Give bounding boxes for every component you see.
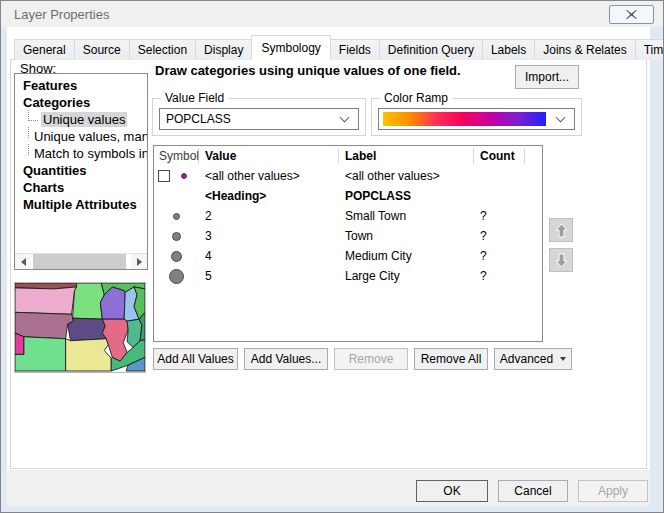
row-value: <all other values>: [199, 169, 339, 183]
show-horizontal-scrollbar[interactable]: [15, 253, 147, 269]
apply-button[interactable]: Apply: [578, 480, 648, 502]
show-listbox: Features Categories Unique values Unique…: [14, 73, 148, 270]
remove-button[interactable]: Remove: [334, 348, 408, 370]
tab-display[interactable]: Display: [195, 39, 252, 60]
show-item-quantities[interactable]: Quantities: [21, 162, 147, 179]
value-field-combobox[interactable]: POPCLASS: [159, 108, 359, 130]
scroll-right-icon[interactable]: [131, 254, 147, 270]
add-values-button[interactable]: Add Values...: [244, 348, 328, 370]
tab-source[interactable]: Source: [74, 39, 130, 60]
ok-button[interactable]: OK: [416, 480, 488, 502]
tab-definition-query[interactable]: Definition Query: [379, 39, 483, 60]
chevron-down-icon: [340, 112, 350, 122]
layer-properties-dialog: Layer Properties General Source Selectio…: [0, 0, 664, 513]
all-other-values-symbol[interactable]: [181, 173, 187, 179]
row-value: 3: [199, 229, 339, 243]
tree-branch-icon: [28, 144, 29, 155]
color-ramp-group: Color Ramp: [371, 98, 582, 136]
table-row[interactable]: 5 Large City ?: [154, 266, 542, 286]
tab-labels[interactable]: Labels: [482, 39, 535, 60]
advanced-label: Advanced: [500, 352, 553, 366]
column-header-symbol[interactable]: Symbol: [154, 148, 199, 164]
row-value: <Heading>: [199, 189, 339, 203]
tab-time[interactable]: Time: [635, 39, 664, 60]
tab-symbology[interactable]: Symbology: [251, 35, 330, 60]
value-field-group: Value Field POPCLASS: [152, 98, 366, 136]
tab-fields[interactable]: Fields: [330, 39, 380, 60]
row-label: Town: [339, 229, 474, 243]
table-header-row[interactable]: Symbol Value Label Count: [154, 146, 542, 166]
instruction-text: Draw categories using unique values of o…: [155, 63, 461, 78]
table-row[interactable]: 3 Town ?: [154, 226, 542, 246]
advanced-button[interactable]: Advanced: [494, 348, 572, 370]
arrow-down-icon: [555, 253, 568, 268]
row-count: ?: [474, 269, 525, 283]
map-preview-image: [15, 283, 145, 372]
show-item-match-to-symbols[interactable]: Match to symbols in a: [21, 145, 147, 162]
class-symbol[interactable]: [172, 232, 181, 241]
value-field-label: Value Field: [161, 91, 228, 105]
class-symbol[interactable]: [169, 269, 184, 284]
table-row[interactable]: 4 Medium City ?: [154, 246, 542, 266]
import-button[interactable]: Import...: [515, 65, 579, 89]
tab-strip: General Source Selection Display Symbolo…: [14, 35, 664, 60]
show-item-multiple-attributes[interactable]: Multiple Attributes: [21, 196, 147, 213]
row-value: 4: [199, 249, 339, 263]
scrollbar-track[interactable]: [31, 254, 131, 270]
column-header-value[interactable]: Value: [199, 148, 339, 164]
class-symbol[interactable]: [171, 251, 182, 262]
tab-selection[interactable]: Selection: [129, 39, 196, 60]
show-item-charts[interactable]: Charts: [21, 179, 147, 196]
move-up-button[interactable]: [549, 218, 573, 242]
row-count: ?: [474, 229, 525, 243]
symbology-map-preview: [14, 282, 146, 373]
show-item-features[interactable]: Features: [21, 77, 147, 94]
show-item-categories[interactable]: Categories: [21, 94, 147, 111]
table-row[interactable]: 2 Small Town ?: [154, 206, 542, 226]
move-down-button[interactable]: [549, 248, 573, 272]
row-label: Small Town: [339, 209, 474, 223]
close-icon: [626, 10, 637, 19]
table-row[interactable]: <Heading> POPCLASS: [154, 186, 542, 206]
row-label: Large City: [339, 269, 474, 283]
window-title: Layer Properties: [14, 7, 109, 22]
show-tree: Features Categories Unique values Unique…: [15, 74, 147, 213]
column-header-count[interactable]: Count: [474, 148, 525, 164]
all-other-values-checkbox[interactable]: [158, 170, 170, 182]
value-field-value: POPCLASS: [160, 112, 341, 126]
column-header-label[interactable]: Label: [339, 148, 474, 164]
row-label: POPCLASS: [339, 189, 474, 203]
row-count: ?: [474, 249, 525, 263]
color-ramp-combobox[interactable]: [378, 108, 575, 130]
class-symbol[interactable]: [173, 213, 180, 220]
row-label: <all other values>: [339, 169, 474, 183]
show-item-unique-values-many[interactable]: Unique values, many: [21, 128, 147, 145]
unique-values-table: Symbol Value Label Count <all other valu…: [153, 145, 543, 342]
remove-all-button[interactable]: Remove All: [414, 348, 488, 370]
cancel-button[interactable]: Cancel: [498, 480, 568, 502]
color-ramp-label: Color Ramp: [380, 91, 452, 105]
tree-branch-icon: [28, 127, 29, 138]
tab-general[interactable]: General: [14, 39, 75, 60]
row-value: 5: [199, 269, 339, 283]
close-button[interactable]: [609, 5, 654, 24]
table-row[interactable]: <all other values> <all other values>: [154, 166, 542, 186]
show-item-unique-values[interactable]: Unique values: [21, 111, 147, 128]
add-all-values-button[interactable]: Add All Values: [153, 348, 238, 370]
tab-joins-relates[interactable]: Joins & Relates: [534, 39, 635, 60]
chevron-down-icon: [556, 112, 566, 122]
row-label: Medium City: [339, 249, 474, 263]
title-bar[interactable]: Layer Properties: [1, 1, 663, 27]
row-count: ?: [474, 209, 525, 223]
color-ramp-swatch: [383, 112, 546, 126]
arrow-up-icon: [555, 223, 568, 238]
row-value: 2: [199, 209, 339, 223]
scrollbar-thumb[interactable]: [33, 254, 126, 270]
caret-down-icon: [560, 357, 566, 361]
scroll-left-icon[interactable]: [15, 254, 31, 270]
tree-branch-icon: [28, 110, 38, 121]
